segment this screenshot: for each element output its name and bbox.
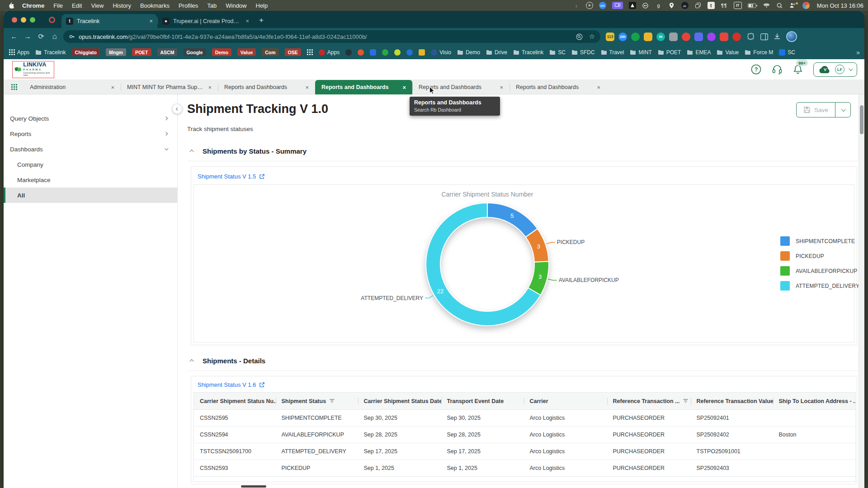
app-tab-close-icon[interactable]: × [500, 84, 503, 91]
help-icon[interactable]: ? [751, 64, 761, 75]
notifications-bell-icon[interactable]: 99+ [793, 64, 803, 75]
extension-icon[interactable] [694, 33, 703, 41]
menu-bookmarks[interactable]: Bookmarks [136, 2, 174, 9]
donut-segment-SHIPMENTCOMPLETE[interactable] [487, 203, 538, 237]
bookmark-item[interactable]: Value [237, 48, 256, 56]
bookmark-item[interactable]: Apps [319, 49, 340, 56]
lens-search-icon[interactable] [576, 33, 583, 40]
menu-history[interactable]: History [108, 2, 135, 9]
tab-close-icon[interactable]: × [245, 18, 249, 24]
bookmark-item[interactable] [382, 49, 388, 56]
back-button[interactable]: ← [7, 30, 21, 43]
menu-profiles[interactable]: Profiles [174, 2, 203, 9]
forks-icon[interactable]: ¶¶ [721, 2, 728, 9]
bookmark-item[interactable]: Google [183, 48, 206, 56]
sidebar-collapse-button[interactable] [172, 104, 182, 114]
sidebar-item-marketplace[interactable]: Marketplace [4, 172, 177, 188]
column-header[interactable]: Reference Transaction Value [691, 393, 773, 410]
bookmark-item[interactable]: SC [549, 49, 566, 56]
extension-icon[interactable] [682, 33, 690, 41]
column-header[interactable]: Carrier [524, 393, 607, 410]
bookmark-item[interactable]: Tracelink [35, 49, 66, 56]
bookmark-item[interactable]: Force M [745, 49, 773, 56]
apple-menu-icon[interactable] [8, 2, 14, 9]
menu-file[interactable]: File [49, 2, 67, 9]
app-tab[interactable]: Reports and Dashboards× [412, 80, 509, 94]
bookmark-item[interactable] [345, 49, 352, 56]
extension-icon[interactable] [669, 33, 678, 41]
sidebar-item-reports[interactable]: Reports [4, 126, 177, 141]
extension-icon[interactable] [707, 33, 716, 41]
grammarly-icon[interactable]: g [655, 2, 662, 9]
bookmark-item[interactable] [394, 49, 401, 56]
reload-button[interactable]: ⟳ [34, 30, 48, 43]
bookmark-star-icon[interactable]: ☆ [589, 33, 595, 41]
horizontal-scrollbar-thumb[interactable] [241, 485, 266, 488]
table-row[interactable]: TSTCSSN25091700ATTEMPTED_DELIVERYSep 17,… [194, 443, 856, 460]
zoom-icon[interactable]: zm [599, 2, 606, 9]
download-icon[interactable]: ↓ [573, 2, 580, 9]
bookmark-item[interactable]: Visio [431, 49, 451, 56]
column-header[interactable]: Transport Event Date [441, 393, 524, 410]
bookmark-item[interactable]: ASCM [157, 48, 178, 56]
bookmark-item[interactable] [419, 49, 425, 56]
location-icon[interactable] [668, 2, 675, 9]
column-header[interactable]: Shipment Status [276, 393, 358, 410]
menu-view[interactable]: View [86, 2, 108, 9]
profile-menu-icon[interactable] [802, 2, 810, 9]
table-row[interactable]: CSSN2595SHIPMENTCOMPLETESep 30, 2025Sep … [194, 410, 856, 427]
column-header[interactable]: Carrier Shipment Status Nu... [194, 393, 276, 410]
extension-icon[interactable] [631, 33, 640, 41]
menu-chrome[interactable]: Chrome [18, 2, 49, 9]
sidebar-item-dashboards[interactable]: Dashboards [4, 141, 177, 157]
sidebar-item-company[interactable]: Company [4, 157, 177, 172]
menu-help[interactable]: Help [251, 2, 273, 9]
app-launcher-grid-icon[interactable] [11, 84, 18, 90]
extension-icon[interactable]: 113 [606, 33, 614, 41]
menu-edit[interactable]: Edit [67, 2, 86, 9]
spotlight-icon[interactable] [776, 2, 783, 9]
bookmark-item[interactable]: SFDC [571, 49, 595, 56]
bookmarks-overflow-chevron[interactable]: » [856, 49, 859, 56]
table-row[interactable]: CSSN2594AVAILABLEFORPICKUPSep 28, 2025Se… [194, 427, 856, 443]
shipment-status-v15-link[interactable]: Shipment Status V 1.5 [198, 173, 256, 180]
bookmark-item[interactable]: EMEA [687, 49, 711, 56]
legend-item[interactable]: SHIPMENTCOMPLETE [780, 236, 859, 246]
minimize-window-button[interactable] [21, 17, 26, 23]
legend-item[interactable]: AVAILABLEFORPICKUP [780, 266, 859, 276]
app-tab[interactable]: Administration× [24, 80, 121, 94]
browser-tab[interactable]: tTracelink× [61, 14, 157, 28]
bookmark-item[interactable]: Chiggiato [72, 48, 100, 56]
external-link-icon[interactable] [259, 382, 265, 388]
vertical-scrollbar[interactable] [859, 94, 864, 488]
close-window-button[interactable] [12, 17, 17, 23]
screen-share-icon[interactable] [612, 2, 623, 9]
legend-item[interactable]: ATTEMPTED_DELIVERY [780, 281, 859, 291]
zoom-window-button[interactable] [30, 17, 35, 23]
legend-item[interactable]: PICKEDUP [780, 251, 859, 261]
windows-copy-icon[interactable] [694, 2, 702, 9]
bookmark-item[interactable]: POET [658, 49, 681, 56]
bookmark-item[interactable]: SC [779, 49, 795, 56]
support-headset-icon[interactable] [772, 64, 783, 75]
shipment-status-v16-link[interactable]: Shipment Status V 1.6 [198, 381, 256, 388]
bookmark-item[interactable] [370, 49, 376, 56]
wifi-icon[interactable] [763, 2, 770, 9]
bookmark-item[interactable]: Com [262, 48, 278, 56]
app-tab[interactable]: Reports and Dashboards× [218, 80, 315, 94]
assistant-icon[interactable]: ✳ [586, 2, 593, 9]
app-tab-close-icon[interactable]: × [402, 84, 406, 91]
downloads-icon[interactable] [774, 33, 781, 40]
home-button[interactable]: ⌂ [48, 30, 61, 43]
app-tab-close-icon[interactable]: × [208, 84, 212, 91]
bookmark-item[interactable]: Mngm [106, 48, 126, 56]
column-header[interactable]: Ship To Location Address - ... [773, 393, 856, 410]
bookmark-item[interactable]: Demo [457, 49, 480, 56]
passwords-icon[interactable] [642, 2, 649, 9]
external-link-icon[interactable] [259, 174, 265, 179]
input-source-icon[interactable]: IT [734, 2, 742, 9]
bookmark-item[interactable] [358, 49, 364, 56]
collapse-section-icon[interactable] [189, 359, 194, 364]
bookmark-item[interactable]: Value [717, 49, 739, 56]
profile-avatar[interactable] [786, 31, 797, 42]
